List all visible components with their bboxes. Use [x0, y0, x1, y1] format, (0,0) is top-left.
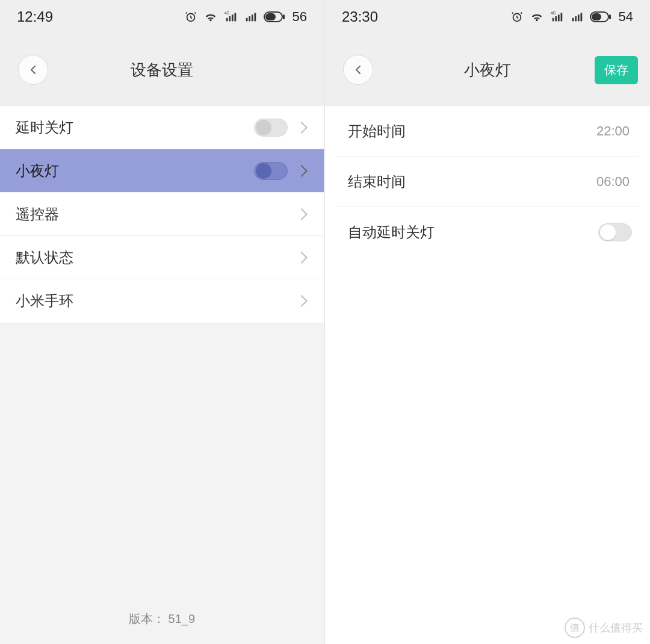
content-right: 开始时间 22:00 结束时间 06:00 自动延时关灯 值 什么值得买: [325, 106, 650, 644]
battery-icon: [264, 11, 285, 22]
row-start-time[interactable]: 开始时间 22:00: [336, 106, 639, 156]
svg-rect-24: [592, 13, 601, 20]
svg-rect-22: [580, 13, 582, 22]
row-value: 06:00: [596, 174, 636, 190]
svg-rect-6: [246, 18, 247, 22]
back-button[interactable]: [343, 55, 373, 85]
phone-left: 12:49 4G 56: [0, 0, 325, 644]
row-value: 22:00: [596, 123, 636, 139]
toggle-auto-delay-off[interactable]: [598, 223, 632, 241]
signal-icon: [244, 10, 258, 23]
header-left: 设备设置: [0, 34, 324, 106]
back-button[interactable]: [18, 55, 48, 85]
signal-4g-icon: 4G: [550, 10, 565, 23]
row-label: 延时关灯: [16, 118, 254, 137]
header-right: 小夜灯 保存: [325, 34, 650, 106]
svg-rect-17: [557, 14, 559, 21]
chevron-right-icon: [296, 295, 308, 307]
svg-rect-12: [283, 14, 285, 19]
row-label: 开始时间: [339, 122, 596, 141]
page-title: 设备设置: [0, 60, 324, 81]
settings-list: 延时关灯 小夜灯 遥控器 默认状态 小米手环: [0, 106, 324, 323]
row-delay-off[interactable]: 延时关灯: [0, 106, 324, 149]
toggle-night-light[interactable]: [254, 162, 288, 180]
row-end-time[interactable]: 结束时间 06:00: [336, 156, 639, 207]
alarm-icon: [184, 10, 197, 23]
wifi-icon: [530, 10, 544, 23]
svg-rect-5: [234, 13, 236, 22]
version-label: 版本： 51_9: [0, 611, 324, 627]
row-label: 小米手环: [16, 291, 291, 311]
status-time: 12:49: [17, 8, 53, 25]
chevron-left-icon: [28, 65, 38, 75]
svg-rect-3: [229, 16, 231, 21]
battery-icon: [590, 11, 611, 22]
row-label: 默认状态: [16, 248, 291, 267]
svg-rect-21: [577, 14, 579, 21]
top-area-right: 23:30 4G 54: [325, 0, 650, 106]
watermark: 值 什么值得买: [565, 618, 643, 638]
chevron-right-icon: [296, 252, 308, 264]
svg-rect-19: [572, 18, 574, 22]
watermark-badge-icon: 值: [565, 618, 585, 638]
signal-4g-icon: 4G: [224, 10, 238, 23]
watermark-text: 什么值得买: [589, 621, 643, 635]
svg-rect-16: [555, 16, 557, 21]
battery-percent: 56: [292, 9, 307, 25]
svg-rect-15: [552, 18, 554, 22]
night-light-list: 开始时间 22:00 结束时间 06:00 自动延时关灯: [325, 106, 650, 258]
chevron-right-icon: [296, 208, 308, 220]
chevron-right-icon: [296, 122, 308, 134]
row-label: 小夜灯: [16, 161, 254, 181]
row-remote[interactable]: 遥控器: [0, 193, 324, 236]
svg-rect-11: [265, 13, 276, 20]
status-bar-right: 23:30 4G 54: [325, 0, 650, 34]
chevron-left-icon: [353, 65, 363, 75]
row-auto-delay-off[interactable]: 自动延时关灯: [336, 207, 639, 258]
svg-rect-20: [575, 16, 577, 21]
svg-rect-25: [609, 14, 611, 19]
save-button[interactable]: 保存: [595, 56, 638, 84]
top-area-left: 12:49 4G 56: [0, 0, 324, 106]
row-night-light[interactable]: 小夜灯: [0, 149, 324, 193]
phone-right: 23:30 4G 54: [325, 0, 650, 644]
row-label: 自动延时关灯: [339, 223, 598, 242]
wifi-icon: [203, 10, 218, 23]
row-default-state[interactable]: 默认状态: [0, 236, 324, 279]
row-label: 结束时间: [339, 172, 596, 191]
status-icons: 4G 54: [510, 9, 633, 25]
signal-icon: [571, 10, 584, 23]
row-label: 遥控器: [16, 205, 291, 224]
battery-percent: 54: [619, 9, 633, 25]
alarm-icon: [510, 10, 524, 23]
status-icons: 4G 56: [184, 9, 307, 25]
svg-rect-9: [254, 13, 256, 22]
svg-rect-4: [231, 14, 233, 21]
toggle-delay-off[interactable]: [254, 119, 288, 137]
svg-rect-2: [226, 18, 228, 22]
svg-text:4G: 4G: [224, 11, 230, 15]
content-left: 延时关灯 小夜灯 遥控器 默认状态 小米手环 版本： 5: [0, 106, 324, 644]
svg-rect-7: [249, 16, 250, 21]
status-bar-left: 12:49 4G 56: [0, 0, 324, 34]
row-mi-band[interactable]: 小米手环: [0, 279, 324, 323]
svg-rect-8: [251, 14, 253, 21]
svg-rect-18: [560, 13, 562, 22]
svg-text:4G: 4G: [551, 11, 556, 15]
status-time: 23:30: [342, 8, 378, 25]
chevron-right-icon: [296, 165, 308, 177]
